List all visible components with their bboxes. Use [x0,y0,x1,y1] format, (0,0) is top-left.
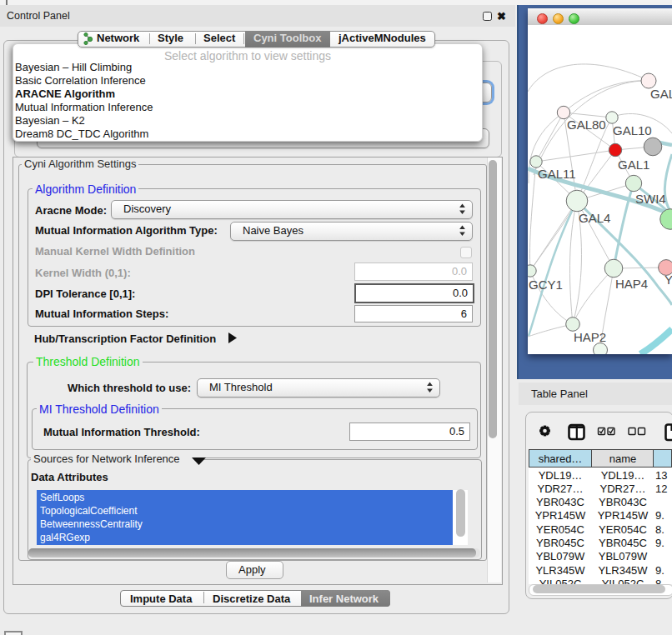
svg-text:GAL80: GAL80 [567,118,606,132]
svg-text:GAL: GAL [650,87,672,101]
svg-text:GAL10: GAL10 [613,123,652,138]
svg-text:GAL1: GAL1 [618,158,649,172]
svg-text:GAL4: GAL4 [579,211,610,225]
svg-text:HAP4: HAP4 [615,277,648,291]
svg-text:Y: Y [664,272,672,287]
svg-text:HAP2: HAP2 [574,330,606,344]
svg-text:GAL11: GAL11 [538,167,576,181]
svg-text:GCY1: GCY1 [529,278,563,292]
svg-text:SWI4: SWI4 [635,192,666,206]
